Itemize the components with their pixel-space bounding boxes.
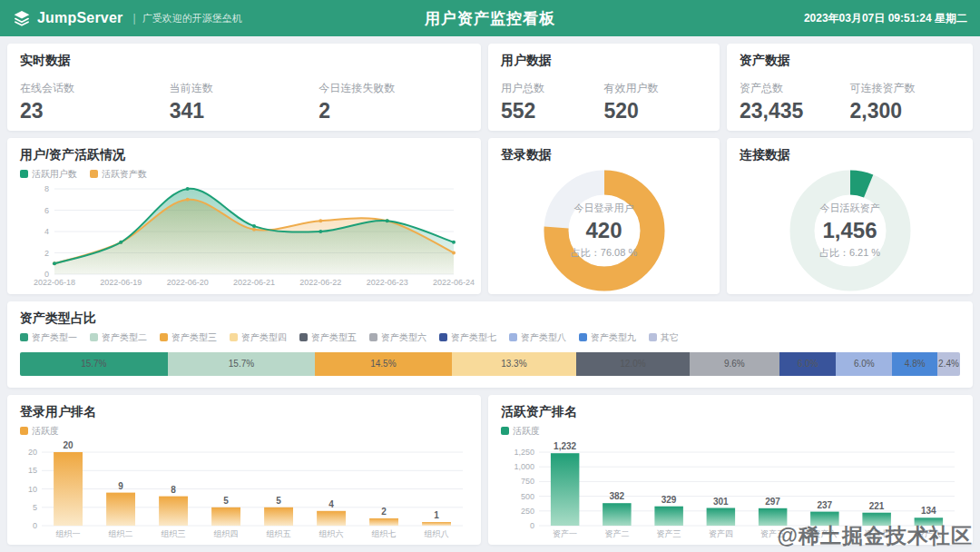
stacked-segment[interactable]: 6.0%: [836, 352, 892, 376]
asset-types-legend: 资产类型一资产类型二资产类型三资产类型四资产类型五资产类型六资产类型七资产类型八…: [20, 330, 960, 344]
stacked-segment[interactable]: 14.5%: [315, 352, 451, 376]
svg-text:组织七: 组织七: [372, 529, 397, 538]
svg-text:组织八: 组织八: [425, 529, 449, 538]
svg-text:237: 237: [817, 499, 832, 509]
stat-value: 23,435: [740, 99, 850, 123]
card-title: 用户数据: [501, 53, 707, 69]
svg-text:2: 2: [381, 506, 387, 516]
dashboard-content: 实时数据 在线会话数 23 当前连数 341 今日连接失败数 2 用户数据 用户…: [0, 36, 980, 552]
stacked-segment[interactable]: 6.0%: [779, 352, 836, 376]
card-title: 实时数据: [20, 53, 468, 69]
stat-value: 520: [604, 99, 708, 123]
svg-text:8: 8: [44, 184, 49, 193]
stat-label: 当前连数: [170, 81, 319, 96]
realtime-data-card: 实时数据 在线会话数 23 当前连数 341 今日连接失败数 2: [7, 44, 481, 131]
stacked-segment[interactable]: 9.6%: [690, 352, 779, 376]
svg-text:2022-06-21: 2022-06-21: [233, 278, 275, 287]
svg-text:资产六: 资产六: [812, 529, 837, 538]
card-title: 用户/资产活跃情况: [20, 147, 468, 163]
stacked-segment[interactable]: 15.7%: [168, 352, 316, 376]
legend-item[interactable]: 资产类型六: [369, 331, 426, 344]
legend-item[interactable]: 活跃度: [20, 425, 59, 438]
stacked-segment[interactable]: 2.4%: [937, 352, 960, 376]
legend-item[interactable]: 资产类型七: [439, 331, 496, 344]
stat-value: 23: [20, 99, 170, 123]
active-rank-bar-chart[interactable]: 02505007501,0001,2501,232资产一382资产二329资产三…: [501, 439, 960, 539]
svg-text:组织六: 组织六: [319, 529, 344, 538]
svg-text:0: 0: [530, 521, 534, 530]
svg-text:4: 4: [328, 498, 334, 508]
svg-text:2022-06-18: 2022-06-18: [34, 278, 75, 287]
svg-text:组织三: 组织三: [162, 529, 186, 538]
svg-text:5: 5: [33, 502, 37, 511]
svg-text:1,232: 1,232: [554, 441, 576, 451]
stat-value: 341: [170, 99, 319, 123]
legend-item[interactable]: 活跃用户数: [20, 168, 77, 181]
stat-value: 552: [501, 99, 604, 123]
svg-text:2022-06-19: 2022-06-19: [100, 278, 142, 287]
donut-center-label: 今日登录用户: [574, 202, 634, 215]
svg-text:2022-06-22: 2022-06-22: [299, 278, 341, 287]
activity-legend: 活跃用户数活跃资产数: [20, 167, 468, 181]
asset-data-card: 资产数据 资产总数 23,435 可连接资产数 2,300: [727, 44, 973, 131]
stacked-segment[interactable]: 4.8%: [892, 352, 937, 376]
donut-center-label: 今日活跃资产: [820, 202, 880, 215]
legend-item[interactable]: 资产类型五: [299, 331, 357, 344]
legend-item[interactable]: 资产类型二: [90, 331, 147, 344]
card-title: 连接数据: [740, 147, 960, 163]
login-rank-bar-chart[interactable]: 0510152020组织一9组织二8组织三5组织四5组织五4组织六2组织七1组织…: [20, 439, 468, 539]
asset-types-stacked-bar[interactable]: 15.7%15.7%14.5%13.3%12.0%9.6%6.0%6.0%4.8…: [20, 352, 960, 376]
header-tagline: 广受欢迎的开源堡垒机: [142, 12, 242, 25]
svg-text:2022-06-23: 2022-06-23: [367, 278, 408, 287]
stacked-segment[interactable]: 15.7%: [20, 352, 168, 376]
svg-text:329: 329: [662, 494, 677, 504]
card-title: 登录用户排名: [20, 404, 468, 420]
legend-item[interactable]: 资产类型三: [160, 331, 217, 344]
legend-item[interactable]: 活跃资产数: [90, 168, 147, 181]
asset-types-card: 资产类型占比 资产类型一资产类型二资产类型三资产类型四资产类型五资产类型六资产类…: [7, 301, 973, 388]
brand-name: JumpServer: [37, 10, 123, 26]
svg-text:301: 301: [713, 496, 729, 506]
legend-item[interactable]: 资产类型九: [579, 331, 636, 344]
donut-center-ratio: 占比：6.21 %: [819, 246, 880, 260]
svg-text:资产一: 资产一: [553, 529, 577, 538]
svg-text:221: 221: [869, 500, 885, 510]
legend-item[interactable]: 活跃度: [501, 425, 540, 438]
legend-item[interactable]: 资产类型八: [509, 331, 566, 344]
card-title: 登录数据: [501, 147, 707, 163]
legend-item[interactable]: 资产类型一: [20, 331, 77, 344]
svg-text:134: 134: [921, 506, 936, 516]
jumpserver-logo-icon[interactable]: [13, 9, 31, 27]
legend-item[interactable]: 其它: [649, 331, 679, 344]
login-rank-card: 登录用户排名 活跃度 0510152020组织一9组织二8组织三5组织四5组织五…: [7, 395, 481, 545]
stat-total-users: 用户总数 552: [501, 81, 604, 123]
activity-line-chart[interactable]: 024682022-06-182022-06-192022-06-202022-…: [20, 183, 468, 289]
svg-text:1,250: 1,250: [514, 448, 534, 457]
donut-center-value: 420: [585, 218, 622, 243]
svg-text:组织四: 组织四: [214, 529, 239, 538]
svg-text:9: 9: [118, 480, 123, 490]
header-divider: |: [133, 12, 136, 25]
card-title: 资产类型占比: [20, 310, 960, 327]
activity-chart-card: 用户/资产活跃情况 活跃用户数活跃资产数 024682022-06-182022…: [7, 138, 481, 294]
svg-text:资产七: 资产七: [865, 529, 889, 538]
svg-text:500: 500: [521, 491, 534, 500]
stat-label: 有效用户数: [604, 81, 708, 96]
svg-text:2: 2: [44, 248, 49, 257]
stacked-segment[interactable]: 12.0%: [576, 352, 689, 376]
stat-label: 资产总数: [740, 81, 850, 96]
stacked-segment[interactable]: 13.3%: [452, 352, 577, 376]
svg-text:组织二: 组织二: [109, 529, 133, 538]
stat-online-sessions: 在线会话数 23: [20, 81, 170, 123]
legend-item[interactable]: 资产类型四: [230, 331, 287, 344]
svg-text:2022-06-20: 2022-06-20: [167, 278, 209, 287]
svg-text:8: 8: [171, 484, 176, 494]
svg-text:10: 10: [28, 484, 37, 493]
page-title: 用户资产监控看板: [425, 8, 555, 29]
svg-text:750: 750: [521, 477, 534, 486]
stat-connectable-assets: 可连接资产数 2,300: [850, 81, 961, 123]
stat-label: 可连接资产数: [850, 81, 961, 96]
card-title: 活跃资产排名: [501, 404, 960, 420]
svg-text:资产二: 资产二: [604, 529, 629, 538]
user-stats: 用户总数 552 有效用户数 520: [501, 81, 707, 123]
